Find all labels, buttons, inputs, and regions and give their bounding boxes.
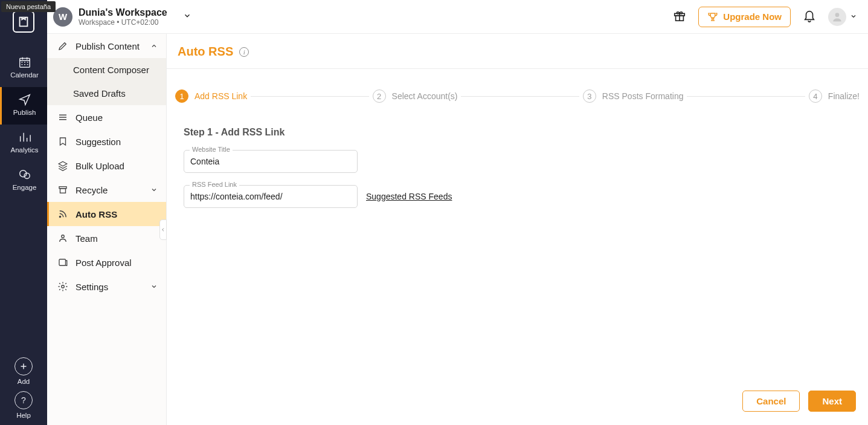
edit-icon (57, 41, 68, 51)
info-icon[interactable]: i (239, 47, 249, 57)
app-logo[interactable] (13, 11, 34, 33)
sidebar-item-bulk-upload[interactable]: Bulk Upload (47, 154, 166, 178)
workspace-title: Dunia's Workspace (79, 7, 167, 18)
chevron-down-icon (150, 282, 158, 292)
user-avatar[interactable] (828, 8, 846, 26)
step-label: Add RSS Link (194, 91, 247, 101)
svg-rect-0 (19, 59, 30, 68)
page-title: Auto RSS (178, 45, 233, 59)
archive-icon (57, 184, 68, 195)
layers-icon (57, 160, 68, 171)
step-label: Finalize! (828, 91, 860, 101)
sidebar-label: Queue (76, 112, 103, 123)
form-heading: Step 1 - Add RSS Link (184, 127, 868, 138)
rss-link-field-row: RSS Feed Link Suggested RSS Feeds (184, 185, 868, 208)
rail-add[interactable]: Add (14, 357, 33, 385)
cancel-button[interactable]: Cancel (742, 391, 800, 412)
workspace-subtitle: Workspace • UTC+02:00 (79, 18, 167, 27)
rail-label: Calendar (10, 71, 39, 79)
main-nav-rail: Calendar Publish Analytics Engage Add ? … (0, 0, 47, 425)
trophy-icon (707, 11, 718, 22)
step-2[interactable]: 2 Select Account(s) (373, 89, 458, 103)
sidebar-label: Recycle (76, 185, 108, 195)
sidebar-item-settings[interactable]: Settings (47, 274, 166, 299)
new-tab-tooltip: Nueva pestaña (1, 1, 56, 12)
rss-feed-link-input[interactable] (184, 185, 358, 208)
bell-icon[interactable] (803, 9, 816, 25)
step-connector (251, 96, 368, 97)
sidebar-item-publish-content[interactable]: Publish Content (47, 34, 166, 58)
rail-help[interactable]: ? Help (14, 391, 33, 419)
question-icon: ? (14, 391, 33, 409)
step-4[interactable]: 4 Finalize! (809, 89, 860, 103)
step-number: 4 (809, 89, 822, 103)
rss-icon (57, 209, 68, 219)
field-label: Website Title (190, 146, 233, 153)
page-title-row: Auto RSS i (167, 34, 868, 69)
rail-label: Analytics (10, 146, 38, 154)
field-label: RSS Feed Link (190, 181, 239, 188)
chevron-up-icon (150, 41, 158, 51)
step-number: 1 (175, 89, 188, 103)
chevron-down-icon[interactable] (850, 11, 857, 22)
step-1[interactable]: 1 Add RSS Link (175, 89, 247, 103)
rail-label: Publish (13, 109, 36, 116)
gift-icon[interactable] (673, 9, 686, 25)
rail-help-label: Help (16, 412, 31, 419)
rail-item-engage[interactable]: Engage (0, 162, 47, 200)
svg-point-11 (62, 285, 65, 288)
sidebar-label: Content Composer (73, 65, 149, 75)
upgrade-button[interactable]: Upgrade Now (698, 7, 791, 27)
website-title-field: Website Title (184, 150, 358, 173)
list-icon (57, 112, 68, 123)
sidebar-item-auto-rss[interactable]: Auto RSS (47, 202, 166, 226)
next-button[interactable]: Next (808, 391, 856, 412)
svg-rect-10 (59, 259, 66, 266)
workspace-avatar[interactable]: W (53, 7, 72, 27)
sidebar-item-queue[interactable]: Queue (47, 105, 166, 129)
sidebar-item-saved-drafts[interactable]: Saved Drafts (47, 82, 166, 105)
sidebar-label: Auto RSS (76, 209, 117, 219)
rail-item-analytics[interactable]: Analytics (0, 125, 47, 162)
sidebar-label: Saved Drafts (73, 88, 126, 99)
plus-icon (14, 357, 33, 375)
sidebar-label: Publish Content (76, 41, 140, 51)
footer-actions: Cancel Next (167, 382, 868, 425)
sidebar-item-team[interactable]: Team (47, 226, 166, 250)
chevron-down-icon (150, 185, 158, 195)
sidebar-item-content-composer[interactable]: Content Composer (47, 58, 166, 82)
step-label: RSS Posts Formating (602, 91, 684, 101)
step-connector (461, 96, 579, 97)
sidebar-label: Post Approval (76, 258, 132, 268)
suggested-rss-feeds-link[interactable]: Suggested RSS Feeds (366, 192, 452, 201)
sidebar-label: Suggestion (76, 137, 121, 147)
wizard-stepper: 1 Add RSS Link 2 Select Account(s) 3 RSS… (167, 69, 868, 103)
rail-item-calendar[interactable]: Calendar (0, 50, 47, 87)
chevron-down-icon[interactable] (183, 11, 191, 22)
sidebar-item-post-approval[interactable]: Post Approval (47, 250, 166, 274)
sidebar-item-suggestion[interactable]: Suggestion (47, 129, 166, 154)
collapse-sidebar-handle[interactable] (159, 219, 167, 240)
rail-item-publish[interactable]: Publish (0, 87, 47, 125)
gear-icon (57, 281, 68, 292)
sidebar-label: Settings (76, 282, 108, 292)
step-3[interactable]: 3 RSS Posts Formating (583, 89, 684, 103)
workspace-switcher[interactable]: Dunia's Workspace Workspace • UTC+02:00 (79, 7, 167, 27)
step-label: Select Account(s) (392, 91, 458, 101)
rail-label: Engage (13, 184, 37, 191)
main-content: Auto RSS i 1 Add RSS Link 2 Select Accou… (167, 34, 868, 425)
sidebar-item-recycle[interactable]: Recycle (47, 178, 166, 202)
step-number: 3 (583, 89, 596, 103)
approval-icon (57, 257, 68, 268)
rail-add-label: Add (18, 378, 30, 385)
svg-point-9 (62, 235, 65, 238)
website-title-input[interactable] (184, 150, 358, 173)
upgrade-label: Upgrade Now (723, 11, 782, 22)
svg-point-5 (835, 13, 840, 17)
sidebar-label: Team (76, 233, 98, 244)
step-connector (687, 96, 805, 97)
sidebar-label: Bulk Upload (76, 161, 124, 171)
top-header: W Dunia's Workspace Workspace • UTC+02:0… (47, 0, 868, 34)
step-number: 2 (373, 89, 386, 103)
rss-form: Step 1 - Add RSS Link Website Title RSS … (167, 103, 868, 220)
